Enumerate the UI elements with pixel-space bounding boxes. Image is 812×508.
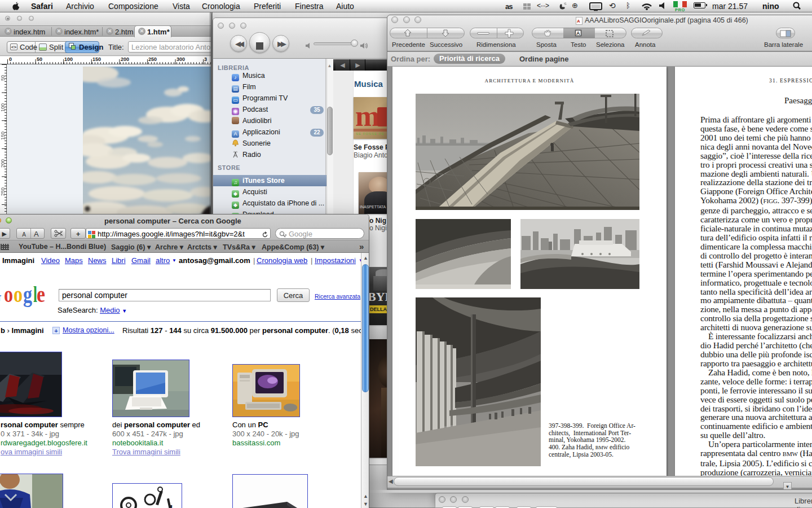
svg-text:o: o [14,282,23,307]
svg-text:o: o [4,282,13,307]
svg-text:G: G [0,282,2,307]
svg-text:g: g [23,282,32,307]
svg-text:e: e [37,282,45,307]
svg-text:A: A [576,30,580,36]
svg-text:!: ! [168,501,174,508]
